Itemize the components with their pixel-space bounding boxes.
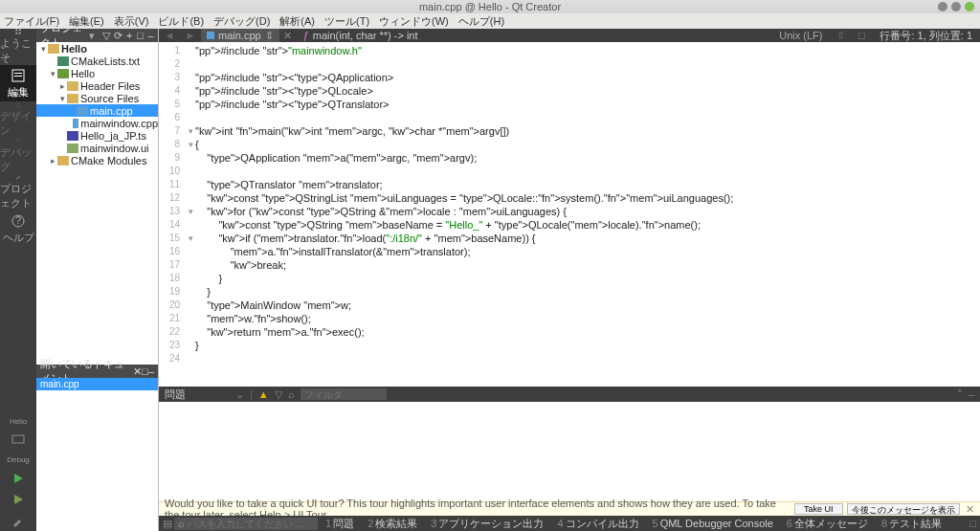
cursor-position[interactable]: 行番号: 1, 列位置: 1 bbox=[872, 29, 980, 43]
maximize-icon[interactable] bbox=[951, 2, 961, 11]
split-icon[interactable]: □ bbox=[137, 31, 144, 40]
tab-close-icon[interactable]: ✕ bbox=[279, 30, 296, 42]
locator-input[interactable] bbox=[188, 519, 314, 529]
svg-text:?: ? bbox=[15, 214, 21, 226]
tree-item[interactable]: ▸Header Files bbox=[36, 79, 158, 92]
close-icon[interactable] bbox=[965, 2, 974, 11]
menu-view[interactable]: 表示(V) bbox=[114, 14, 149, 29]
locator-menu-icon[interactable]: ▤ bbox=[163, 518, 172, 530]
play-debug-icon bbox=[11, 493, 25, 506]
mode-edit[interactable]: 編集 bbox=[0, 65, 36, 101]
tree-item[interactable]: ▾Hello bbox=[36, 67, 158, 79]
search-icon: ⌕ bbox=[178, 518, 185, 529]
project-tree[interactable]: ▾HelloCMakeLists.txt▾Hello▸Header Files▾… bbox=[36, 42, 158, 365]
menu-debug[interactable]: デバッグ(D) bbox=[213, 14, 270, 29]
pane-search[interactable]: 2検索結果 bbox=[362, 517, 423, 531]
issues-list bbox=[159, 402, 980, 501]
tree-item[interactable]: ▾Source Files bbox=[36, 92, 158, 104]
open-docs-list: main.cpp bbox=[36, 378, 158, 531]
pane-issues[interactable]: 1問題 bbox=[320, 517, 360, 531]
kit-config: Debug bbox=[0, 451, 36, 468]
issues-clear-icon[interactable]: ⌄ bbox=[235, 388, 244, 401]
editor-tab[interactable]: main.cpp ⇕ bbox=[201, 29, 279, 42]
tree-item[interactable]: main.cpp bbox=[36, 104, 158, 117]
run-debug-button[interactable] bbox=[0, 489, 36, 510]
svg-rect-5 bbox=[14, 73, 22, 74]
warning-icon[interactable]: ▲ bbox=[258, 388, 269, 400]
pane-compile[interactable]: 4コンパイル出力 bbox=[551, 517, 644, 531]
output-close-icon[interactable]: □ bbox=[969, 518, 976, 529]
pane-app-output[interactable]: 3アプリケーション出力 bbox=[425, 517, 549, 531]
sync-icon[interactable]: ⟳ bbox=[114, 31, 122, 40]
folder-icon bbox=[67, 81, 78, 91]
line-ending[interactable]: Unix (LF) bbox=[771, 30, 830, 41]
menu-window[interactable]: ウィンドウ(W) bbox=[379, 14, 449, 29]
tree-label: Hello bbox=[71, 68, 95, 79]
pane-general[interactable]: 6全体メッセージ bbox=[781, 517, 874, 531]
tree-label: Hello_ja_JP.ts bbox=[80, 130, 146, 142]
menu-analyze[interactable]: 解析(A) bbox=[279, 14, 315, 29]
locator-search[interactable]: ⌕ bbox=[174, 518, 318, 530]
issues-pane: 問題 ⌄ | ▲ ▽ ⌕ ˄ – bbox=[159, 387, 980, 501]
cpp-icon bbox=[73, 119, 79, 128]
open-doc-item[interactable]: main.cpp bbox=[36, 378, 158, 390]
folder-icon bbox=[57, 156, 69, 166]
run-button[interactable] bbox=[0, 468, 36, 489]
tree-item[interactable]: Hello_ja_JP.ts bbox=[36, 129, 158, 142]
issues-min-icon[interactable]: – bbox=[969, 388, 974, 400]
target-icon bbox=[57, 69, 69, 78]
mode-design[interactable]: デザイン bbox=[0, 101, 36, 138]
modebar: ようこそ 編集 デザイン デバッグ プロジェクト ? ヘルプ Hello Deb… bbox=[0, 29, 36, 531]
line-gutter: 123456789101112131415161718192021222324 bbox=[159, 42, 186, 387]
split-pane-icon[interactable]: □ bbox=[142, 365, 148, 377]
tree-item[interactable]: mainwindow.cpp bbox=[36, 117, 158, 129]
svg-rect-6 bbox=[14, 76, 22, 77]
menu-build[interactable]: ビルド(B) bbox=[158, 14, 204, 29]
split-editor-icon[interactable]: □ bbox=[851, 30, 872, 41]
svg-rect-3 bbox=[19, 33, 21, 34]
pane-qml-debug[interactable]: 5QML Debugger Console bbox=[647, 518, 779, 529]
mode-help[interactable]: ? ヘルプ bbox=[0, 210, 36, 247]
editor-tabbar: ◄ ► main.cpp ⇕ ✕ ƒ main(int, char **) ->… bbox=[159, 29, 980, 42]
filter-icon[interactable]: ▽ bbox=[102, 31, 110, 40]
issues-filter-input[interactable] bbox=[301, 388, 387, 400]
encoding-menu-icon[interactable]: ⇕ bbox=[830, 30, 851, 42]
kit-selector[interactable] bbox=[0, 430, 36, 451]
monitor-icon bbox=[11, 432, 26, 448]
fold-gutter[interactable]: ▾▾▾▾ bbox=[186, 42, 195, 387]
tree-item[interactable]: mainwindow.ui bbox=[36, 142, 158, 154]
tree-item[interactable]: ▸CMake Modules bbox=[36, 154, 158, 166]
build-button[interactable] bbox=[0, 510, 36, 531]
kit-project[interactable]: Hello bbox=[0, 412, 36, 430]
minimize-icon[interactable] bbox=[938, 2, 947, 11]
menubar: ファイル(F) 編集(E) 表示(V) ビルド(B) デバッグ(D) 解析(A)… bbox=[0, 13, 980, 29]
editor-area: ◄ ► main.cpp ⇕ ✕ ƒ main(int, char **) ->… bbox=[159, 29, 980, 531]
mode-welcome[interactable]: ようこそ bbox=[0, 29, 36, 65]
code-content[interactable]: "pp">#include "str">"mainwindow.h" "pp">… bbox=[195, 42, 980, 387]
dismiss-tour-button[interactable]: 今後このメッセージを表示しない bbox=[847, 503, 960, 515]
pane-test[interactable]: 8テスト結果 bbox=[876, 517, 947, 531]
mode-debug[interactable]: デバッグ bbox=[0, 138, 36, 174]
issues-filter-icon[interactable]: ▽ bbox=[275, 388, 282, 401]
fwd-icon[interactable]: ► bbox=[180, 30, 201, 41]
tour-close-icon[interactable]: ✕ bbox=[966, 503, 974, 516]
back-icon[interactable]: ◄ bbox=[159, 30, 180, 41]
collapse-icon[interactable]: – bbox=[147, 31, 154, 40]
minimize-pane-icon[interactable]: – bbox=[148, 365, 154, 377]
menu-help[interactable]: ヘルプ(H) bbox=[458, 14, 504, 29]
menu-tools[interactable]: ツール(T) bbox=[324, 14, 369, 29]
tree-item[interactable]: CMakeLists.txt bbox=[36, 55, 158, 67]
hammer-icon bbox=[11, 514, 25, 527]
issues-up-icon[interactable]: ˄ bbox=[957, 388, 963, 401]
editor-tab-label: main.cpp bbox=[218, 30, 261, 41]
tree-item[interactable]: ▾Hello bbox=[36, 42, 158, 55]
symbol-crumb[interactable]: ƒ main(int, char **) -> int bbox=[296, 30, 426, 41]
close-pane-icon[interactable]: ✕ bbox=[133, 365, 142, 378]
mode-projects[interactable]: プロジェクト bbox=[0, 174, 36, 210]
take-tour-button[interactable]: Take UI Tour bbox=[794, 503, 842, 515]
code-editor[interactable]: 123456789101112131415161718192021222324 … bbox=[159, 42, 980, 387]
svg-rect-1 bbox=[19, 29, 21, 31]
add-icon[interactable]: + bbox=[126, 31, 133, 40]
output-selector-bar: ▤ ⌕ 1問題 2検索結果 3アプリケーション出力 4コンパイル出力 5QML … bbox=[159, 516, 980, 531]
open-docs-header: 開いているドキュメント ✕ □ – bbox=[36, 365, 158, 378]
